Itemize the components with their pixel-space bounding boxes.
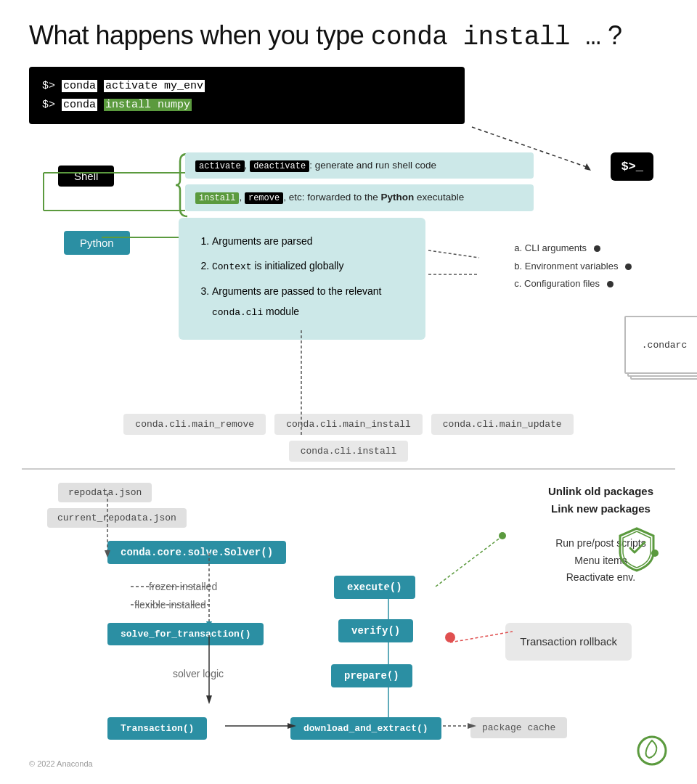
brace-items: activate, deactivate: generate and run s… <box>185 152 534 217</box>
conda-cli-mono: conda.cli <box>212 307 263 318</box>
context-item-c: c. Configuration files <box>514 275 632 293</box>
terminal-icon: $>_ <box>611 152 653 181</box>
shield-icon <box>611 523 662 576</box>
cmd2: conda <box>62 99 97 111</box>
activate-tag: activate <box>195 160 245 172</box>
step-3: Arguments are passed to the relevant con… <box>212 281 411 322</box>
cli-main-remove: conda.cli.main_remove <box>123 414 266 435</box>
prompt1: $> <box>42 80 55 92</box>
shell-label: Shell <box>58 166 114 187</box>
flexible-installed: flexible installed <box>134 599 206 611</box>
context-item-a: a. CLI arguments <box>514 240 632 258</box>
step-2: Context is initialized globally <box>212 256 411 277</box>
title-text: What happens when you type <box>29 20 364 50</box>
svg-line-29 <box>436 537 501 587</box>
brace-item-1: activate, deactivate: generate and run s… <box>185 152 534 179</box>
cli-main-install: conda.cli.main_install <box>274 414 423 435</box>
svg-line-32 <box>450 632 513 642</box>
python-bold: Python <box>380 192 414 203</box>
rollback-text: Transaction rollback <box>520 635 617 648</box>
unlink-title: Unlink old packagesLink new packages <box>548 483 653 518</box>
current-repodata-json: current_repodata.json <box>47 508 187 528</box>
svg-point-30 <box>499 532 506 539</box>
title-mono: conda install … <box>371 23 601 52</box>
cmd1: conda <box>62 80 97 92</box>
cli-modules-row2: conda.cli.install <box>29 441 668 462</box>
svg-point-31 <box>445 632 455 642</box>
deactivate-tag: deactivate <box>250 160 309 172</box>
cli-modules-row1: conda.cli.main_remove conda.cli.main_ins… <box>29 414 668 435</box>
context-mono: Context <box>212 261 252 272</box>
brace-item-2: install, remove, etc: forwarded to the P… <box>185 184 534 211</box>
rollback-box: Transaction rollback <box>505 623 632 661</box>
execute-box: execute() <box>334 576 415 599</box>
condarc-page-front: .condarc <box>624 316 697 374</box>
condarc-label: .condarc <box>642 340 687 351</box>
page-title: What happens when you type conda install… <box>0 0 697 67</box>
cli-install: conda.cli.install <box>289 441 409 462</box>
download-extract-box: download_and_extract() <box>290 717 441 740</box>
python-label: Python <box>64 231 130 255</box>
prepare-box: prepare() <box>331 664 412 687</box>
svg-point-0 <box>651 550 659 557</box>
step-1: Arguments are parsed <box>212 231 411 251</box>
install-tag: install <box>195 192 239 204</box>
title-question: ? <box>608 20 622 50</box>
python-steps-box: Arguments are parsed Context is initiali… <box>179 218 425 340</box>
activate-cmd: activate my_env <box>104 80 205 92</box>
frozen-installed: frozen installed <box>149 581 217 592</box>
context-box: a. CLI arguments b. Environment variable… <box>514 240 632 293</box>
anaconda-logo <box>636 735 668 769</box>
repodata-json: repodata.json <box>58 483 152 502</box>
copyright: © 2022 Anaconda <box>29 759 93 768</box>
svg-marker-18 <box>206 695 212 704</box>
terminal-block: $> conda activate my_env $> conda instal… <box>29 67 465 124</box>
svg-marker-2 <box>584 163 591 171</box>
solve-for-transaction-box: solve_for_transaction() <box>107 623 264 645</box>
cli-main-update: conda.cli.main_update <box>431 414 574 435</box>
transaction-box: Transaction() <box>107 717 207 740</box>
prompt2: $> <box>42 99 55 111</box>
solver-logic: solver logic <box>173 668 224 679</box>
verify-box: verify() <box>338 619 413 642</box>
context-item-b: b. Environment variables <box>514 258 632 276</box>
svg-line-7 <box>428 250 479 258</box>
package-cache-box: package cache <box>470 717 567 738</box>
solver-box: conda.core.solve.Solver() <box>107 541 286 564</box>
install-cmd: install numpy <box>104 99 192 111</box>
remove-tag: remove <box>245 192 283 204</box>
section-divider <box>22 468 675 470</box>
